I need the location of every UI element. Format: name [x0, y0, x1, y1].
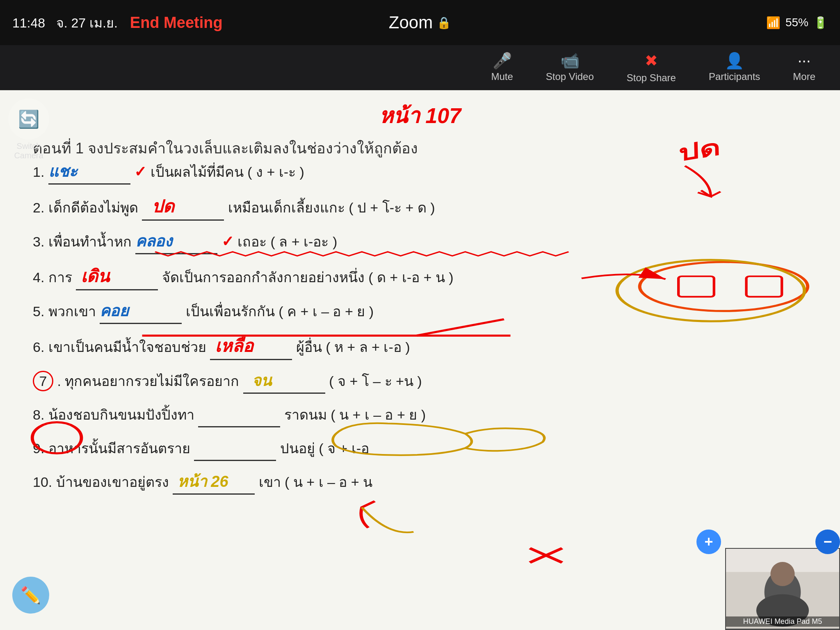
page-subtitle: ตอนที่ 1 จงประสมคำในวงเล็บและเติมลงในช่อ… [0, 137, 840, 160]
exercise-container: 1. แชะ ✓ เป็นผลไม้ที่มีคน ( ง + เ-ะ ) 2.… [0, 160, 840, 495]
time-display: 11:48 จ. 27 เม.ย. [12, 12, 118, 33]
status-right: 📶 55% 🔋 [766, 16, 828, 30]
stop-share-icon: ✖ [645, 52, 658, 70]
switch-camera-label: Switch Camera [4, 142, 53, 160]
exercise-item-7: 7 . ทุกคนอยากรวยไม่มีใครอยาก จน ( จ + โ … [33, 369, 807, 394]
document-area: 🔄 Switch Camera หน้า 107 ตอนที่ 1 จงประส… [0, 90, 840, 630]
video-icon: 📹 [560, 53, 580, 68]
minus-icon: − [823, 533, 832, 550]
stop-share-button[interactable]: ✖ Stop Share [627, 52, 676, 84]
switch-camera-button[interactable]: 🔄 [8, 98, 49, 139]
lock-icon: 🔒 [437, 16, 451, 30]
mute-label: Mute [491, 71, 513, 82]
stop-video-label: Stop Video [546, 71, 594, 82]
edit-button[interactable]: ✏️ [12, 577, 49, 614]
video-thumbnail: HUAWEI Media Pad M5 [725, 548, 840, 630]
stop-video-button[interactable]: 📹 Stop Video [546, 53, 594, 82]
participants-button[interactable]: 👤 Participants [709, 53, 760, 82]
answer-4: เดิน [76, 263, 158, 290]
exercise-item-6: 6. เขาเป็นคนมีน้ำใจชอบช่วย เหลือ ผู้อื่น… [33, 333, 807, 360]
date: จ. 27 เม.ย. [56, 16, 118, 30]
answer-1: แชะ [48, 160, 130, 185]
mute-icon: 🎤 [493, 53, 512, 68]
exercise-item-3: 3. เพื่อนทำน้ำหก คลอง ✓ เถอะ ( ล + เ-อะ … [33, 230, 807, 254]
more-icon: ··· [798, 53, 811, 68]
plus-icon: + [704, 533, 713, 550]
exercise-item-2: 2. เด็กดีต้องไม่พูด ปด เหมือนเด็กเลี้ยงแ… [33, 194, 807, 221]
exercise-item-9: 9. อาหารนั้นมีสารอันตราย ปนอยู่ ( จ + เ-… [33, 436, 807, 461]
svg-line-8 [530, 548, 562, 563]
top-bar: 11:48 จ. 27 เม.ย. End Meeting Zoom 🔒 📶 5… [0, 0, 840, 45]
exercise-item-10: 10. บ้านของเขาอยู่ตรง หน้า 26 เขา ( น + … [33, 470, 807, 495]
zoom-in-button[interactable]: + [696, 530, 721, 554]
app-title: Zoom 🔒 [389, 13, 451, 32]
item-number-1: 1. [33, 164, 48, 180]
participants-label: Participants [709, 71, 760, 82]
edit-icon: ✏️ [21, 586, 41, 605]
svg-point-14 [770, 562, 794, 586]
page-title-area: หน้า 107 [0, 90, 840, 132]
toolbar: 🎤 Mute 📹 Stop Video ✖ Stop Share 👤 Parti… [0, 45, 840, 90]
end-meeting-button[interactable]: End Meeting [130, 14, 223, 32]
status-left: 11:48 จ. 27 เม.ย. End Meeting [12, 12, 223, 33]
time: 11:48 [12, 16, 45, 30]
exercise-item-4: 4. การ เดิน จัดเป็นการออกกำลังกายอย่างหน… [33, 263, 807, 290]
zoom-out-button[interactable]: − [815, 530, 840, 554]
exercise-item-8: 8. น้องชอบกินขนมปังปิ้งทา ราดนม ( น + เ … [33, 403, 807, 427]
answer-2: ปด [142, 194, 224, 221]
answer-10: หน้า 26 [173, 470, 255, 495]
stop-share-label: Stop Share [627, 72, 676, 84]
answer-9 [194, 436, 276, 461]
exercise-item-5: 5. พวกเขา คอย เป็นเพื่อนรักกัน ( ค + เ –… [33, 299, 807, 324]
participants-icon: 👤 [725, 53, 744, 68]
video-thumbnail-label: HUAWEI Media Pad M5 [726, 616, 839, 627]
answer-8 [198, 403, 280, 427]
camera-rotate-icon: 🔄 [18, 109, 39, 129]
more-button[interactable]: ··· More [793, 53, 815, 82]
battery-display: 55% [785, 16, 808, 29]
app-name: Zoom [389, 13, 433, 32]
battery-icon: 🔋 [813, 16, 828, 30]
wifi-icon: 📶 [766, 16, 781, 30]
answer-5: คอย [100, 299, 182, 324]
answer-6: เหลือ [210, 333, 292, 360]
svg-line-7 [530, 548, 562, 563]
mute-button[interactable]: 🎤 Mute [491, 53, 513, 82]
page-title: หน้า 107 [0, 98, 840, 132]
circled-7: 7 [33, 371, 53, 391]
answer-3: คลอง [135, 230, 217, 254]
exercise-item-1: 1. แชะ ✓ เป็นผลไม้ที่มีคน ( ง + เ-ะ ) [33, 160, 807, 185]
answer-7: จน [243, 369, 325, 394]
more-label: More [793, 71, 815, 82]
main-content: 🔄 Switch Camera หน้า 107 ตอนที่ 1 จงประส… [0, 90, 840, 630]
